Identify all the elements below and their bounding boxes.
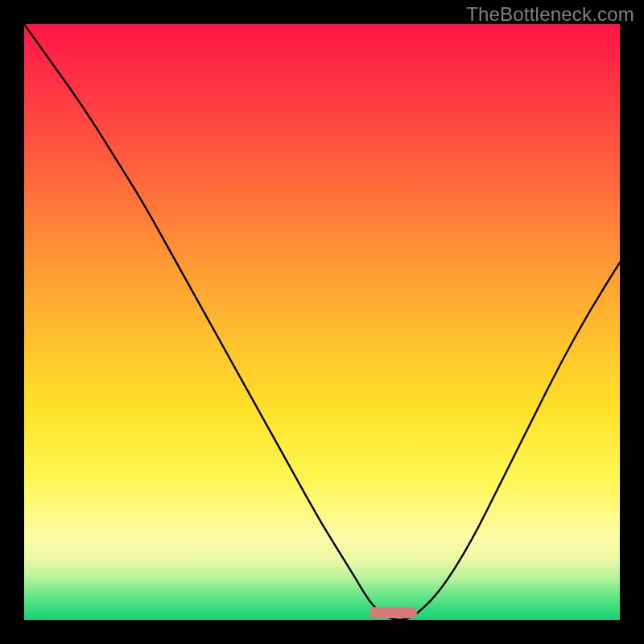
plot-area: [24, 24, 620, 620]
curve-layer: [24, 24, 620, 620]
trough-marker: [369, 607, 417, 618]
bottleneck-curve: [24, 24, 620, 620]
chart-frame: TheBottleneck.com: [0, 0, 644, 644]
watermark-text: TheBottleneck.com: [466, 3, 634, 26]
